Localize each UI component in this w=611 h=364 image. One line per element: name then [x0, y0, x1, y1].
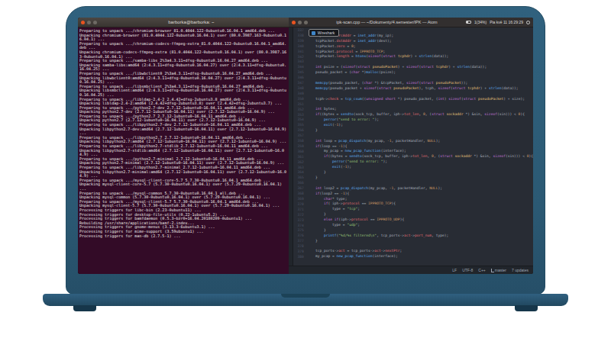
line-number: 349 [293, 92, 304, 97]
code-line: type = "udp"; [307, 223, 533, 228]
terminal-titlebar[interactable]: barborka@barborka: ~ [78, 18, 289, 27]
status-item[interactable]: LF [452, 268, 457, 272]
code-line: perror("send to error: "); [307, 118, 533, 123]
editor-titlebar[interactable]: ipk-scan.cpp — ~/Dokumenty/4.semester/IP… [289, 18, 533, 27]
code-line [307, 101, 533, 107]
terminal-close-button[interactable] [81, 21, 85, 24]
editor-minimize-button[interactable] [298, 21, 302, 24]
line-number: 352 [293, 108, 304, 113]
editor-body: 3373383393403413423433443453463473483493… [289, 27, 533, 266]
code-line: pseudo_packet = (char *)malloc(psize); [307, 70, 533, 76]
code-lines[interactable]: tcpPacket.srcAddr = inet_addr(my_ip); tc… [306, 27, 533, 266]
code-line: tcph->check = tcp_csum((unsigned short *… [307, 97, 533, 102]
code-line: printf("%d/%s filtered\n", tcp_ports->ac… [307, 234, 533, 239]
code-line: } [307, 228, 533, 234]
code-line: if((bytes = sendto(sock_tcp, buffer, iph… [307, 154, 533, 159]
code-line: if(loop == -1){ [307, 144, 533, 150]
code-line: memcpy(pseudo_packet + sizeof(struct pse… [307, 86, 533, 92]
code-line: int loop2 = pcap_dispatch(my_pcap, -1, p… [307, 186, 533, 192]
editor-window-controls [292, 21, 308, 24]
terminal-line: Processing triggers for man-db (2.7.5-1)… [79, 234, 287, 239]
terminal-output[interactable]: Preparing to unpack .../chromium-browser… [78, 27, 289, 274]
laptop-hinge-notch [281, 294, 330, 298]
line-number: 339 [293, 39, 304, 44]
line-number: 378 [293, 244, 304, 250]
session-menu-icon[interactable] [526, 21, 530, 24]
line-number: 371 [293, 208, 304, 213]
code-line [307, 181, 533, 186]
line-number: 365 [293, 176, 304, 181]
code-line: memcpy(pseudo_packet, (char *) &tcpPacke… [307, 81, 533, 86]
line-number: 340 [293, 44, 304, 50]
code-line [307, 28, 533, 34]
editor-title: ipk-scan.cpp — ~/Dokumenty/4.semester/IP… [311, 20, 463, 24]
line-number: 359 [293, 144, 304, 150]
code-line: } [307, 176, 533, 181]
code-line: exit(-1); [307, 123, 533, 128]
line-number: 375 [293, 228, 304, 234]
code-line: if((bytes = sendto(sock_tcp, buffer, iph… [307, 112, 533, 118]
code-line: tcpPacket.dstAddr = inet_addr(dest); [307, 39, 533, 44]
code-line: type = "tcp"; [307, 207, 533, 212]
editor-window: ipk-scan.cpp — ~/Dokumenty/4.semester/IP… [289, 18, 533, 274]
terminal-window: barborka@barborka: ~ Preparing to unpack… [78, 18, 289, 274]
code-line: int psize = (sizeof(struct pseudoPacket)… [307, 65, 533, 70]
line-number: 341 [293, 50, 304, 55]
code-line: tcpPacket.length = htons(sizeof(struct t… [307, 54, 533, 60]
code-line: else if(iph->protocol == IPPROTO_UDP){ [307, 217, 533, 223]
editor-maximize-button[interactable] [304, 21, 308, 24]
status-item[interactable]: C++ [478, 268, 485, 272]
code-line: tcpPacket.srcAddr = inet_addr(my_ip); [307, 34, 533, 39]
line-number: 362 [293, 160, 304, 166]
page-background: barborka@barborka: ~ Preparing to unpack… [0, 0, 611, 364]
code-line: tcp_ports->act = tcp_ports->act->nextPtr… [307, 249, 533, 254]
status-item[interactable]: master [491, 268, 506, 272]
gutter: 3373383393403413423433443453463473483493… [293, 27, 306, 266]
line-number: 380 [293, 255, 304, 260]
line-number: 350 [293, 97, 304, 102]
line-number: 355 [293, 123, 304, 128]
editor-close-button[interactable] [292, 21, 296, 24]
battery-indicator[interactable]: 1(34%) [474, 20, 487, 24]
laptop-foot-right [515, 305, 538, 311]
wireshark-popup[interactable]: Wireshark [309, 29, 340, 37]
terminal-line: Unpacking libsmbclient:amd64 (2:4.3.11+d… [79, 89, 287, 97]
line-number: 364 [293, 170, 304, 176]
status-item[interactable]: 7 updates [512, 268, 529, 272]
line-number: 361 [293, 155, 304, 160]
code-line: perror("send to error: "); [307, 159, 533, 165]
line-number: 357 [293, 134, 304, 139]
line-number: 379 [293, 250, 304, 255]
code-line: tcpPacket.protocol = IPPROTO_TCP; [307, 50, 533, 55]
line-number: 343 [293, 60, 304, 65]
code-line: my_pcap = new_pcap_function(interface); [307, 149, 533, 154]
line-number: 348 [293, 86, 304, 92]
code-line [307, 92, 533, 97]
line-number: 342 [293, 55, 304, 60]
clock-indicator[interactable]: Pia kvě 11 16:29:29 [490, 20, 523, 24]
line-number: 356 [293, 128, 304, 134]
code-line [307, 134, 533, 139]
code-line: tcpPacket.zero = 0; [307, 44, 533, 50]
terminal-minimize-button[interactable] [87, 21, 91, 24]
code-line: } [307, 128, 533, 134]
line-number: 346 [293, 76, 304, 81]
line-number: 347 [293, 81, 304, 86]
battery-icon[interactable] [466, 21, 471, 24]
status-item[interactable]: UTF-8 [462, 268, 473, 272]
line-number: 345 [293, 70, 304, 76]
line-number: 344 [293, 65, 304, 70]
line-number: 374 [293, 224, 304, 229]
code-line: exit(-1); [307, 165, 533, 170]
terminal-line: Unpacking mysql-client-core-5.7 (5.7.30-… [79, 182, 287, 191]
editor-statusbar: LFUTF-8C++master7 updates [289, 266, 533, 274]
line-number: 370 [293, 202, 304, 208]
line-number: 372 [293, 213, 304, 218]
laptop-screen: barborka@barborka: ~ Preparing to unpack… [78, 18, 533, 274]
line-number: 367 [293, 186, 304, 192]
code-line [307, 244, 533, 250]
code-line: my_pcap = new_pcap_function(interface); [307, 254, 533, 259]
line-number: 360 [293, 150, 304, 155]
laptop-foot-left [73, 305, 96, 311]
line-number: 369 [293, 197, 304, 202]
